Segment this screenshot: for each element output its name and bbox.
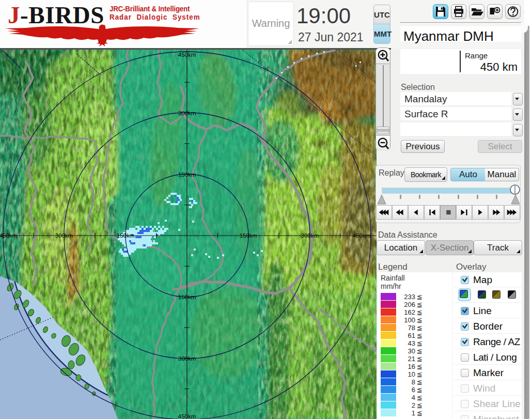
svg-text:150km: 150km [117, 232, 135, 239]
svg-text:450km: 450km [353, 232, 371, 239]
svg-text:150km: 150km [178, 172, 196, 178]
svg-text:450km: 450km [178, 413, 196, 419]
svg-text:450km: 450km [0, 232, 17, 239]
svg-text:150km: 150km [178, 294, 196, 300]
svg-text:450km: 450km [178, 52, 196, 58]
svg-text:300km: 300km [55, 232, 73, 239]
svg-text:300km: 300km [178, 110, 196, 116]
svg-text:150km: 150km [240, 232, 258, 239]
svg-text:300km: 300km [301, 232, 319, 239]
svg-text:300km: 300km [178, 355, 196, 362]
